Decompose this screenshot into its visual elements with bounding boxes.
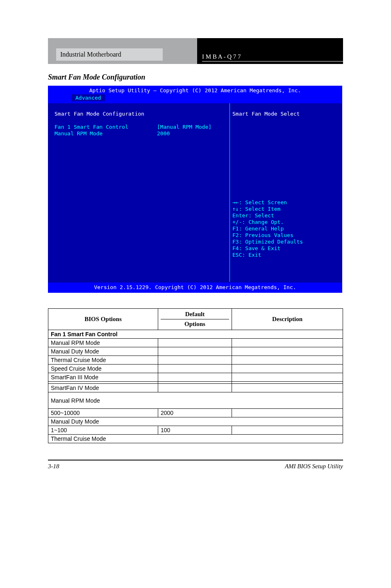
bios-tab-bar: Advanced [48, 94, 342, 103]
page-number: 3-18 [48, 463, 59, 470]
header-right: I M B A - Q 7 7 [197, 38, 343, 64]
bios-help-line: →←: Select Screen [232, 199, 339, 206]
options-table: BIOS Options Default Options Description… [48, 308, 343, 443]
table-row: 500~100002000 [48, 409, 343, 417]
page-header: Industrial Motherboard I M B A - Q 7 7 [48, 38, 343, 64]
table-row: Manual RPM Mode [48, 339, 343, 347]
page-footer-title: AMI BIOS Setup Utility [285, 463, 343, 470]
table-row: SmartFan IV Mode [48, 384, 343, 392]
bios-item-fan-control[interactable]: Fan 1 Smart Fan Control [55, 124, 157, 130]
table-row: Speed Cruise Mode [48, 365, 343, 373]
th-bios-options: BIOS Options [48, 309, 158, 330]
bios-help-line: Enter: Select [232, 212, 339, 219]
th-description: Description [232, 309, 343, 330]
section-title: Smart Fan Mode Configuration [48, 73, 343, 82]
header-left: Industrial Motherboard [48, 38, 197, 64]
page-rule [48, 460, 343, 460]
table-row: Manual Duty Mode [48, 347, 343, 356]
subhead-thermal-cruise: Thermal Cruise Mode [48, 435, 343, 443]
bios-side-desc: Smart Fan Mode Select [232, 111, 339, 117]
th-options: Options [161, 319, 229, 329]
table-row: Thermal Cruise Mode [48, 356, 343, 365]
bios-help-line: F1: General Help [232, 226, 339, 232]
table-row: SmartFan III Mode [48, 373, 343, 382]
bios-help-line: ESC: Exit [232, 252, 339, 258]
bios-help-line: F2: Previous Values [232, 232, 339, 239]
bios-version-footer: Version 2.15.1229. Copyright (C) 2012 Am… [48, 283, 342, 293]
subhead-manual-rpm: Manual RPM Mode [48, 392, 343, 409]
bios-panel-heading: Smart Fan Mode Configuration [55, 111, 225, 117]
bios-title-bar: Aptio Setup Utility – Copyright (C) 2012… [48, 86, 342, 94]
bios-help-line: ↑↓: Select Item [232, 206, 339, 212]
bios-help-line: F3: Optimized Defaults [232, 239, 339, 245]
bios-value-fan-control[interactable]: [Manual RPM Mode] [157, 124, 225, 130]
bios-item-manual-rpm[interactable]: Manual RPM Mode [55, 130, 157, 137]
bios-tab-advanced[interactable]: Advanced [72, 94, 105, 101]
bios-screenshot: Aptio Setup Utility – Copyright (C) 2012… [48, 86, 342, 293]
table-row: 1~100100 [48, 426, 343, 435]
header-product-code: I M B A - Q 7 7 [202, 53, 343, 62]
header-left-text: Industrial Motherboard [56, 48, 163, 61]
bios-help-line: F4: Save & Exit [232, 245, 339, 252]
bios-help-line: +/-: Change Opt. [232, 219, 339, 226]
subhead-manual-duty: Manual Duty Mode [48, 417, 343, 426]
bios-help-block: →←: Select Screen ↑↓: Select Item Enter:… [232, 199, 339, 258]
bios-value-manual-rpm[interactable]: 2000 [157, 130, 225, 137]
th-default: Default [161, 310, 229, 319]
page-footer: 3-18 AMI BIOS Setup Utility [48, 463, 343, 470]
subhead-fan-control: Fan 1 Smart Fan Control [48, 330, 343, 339]
